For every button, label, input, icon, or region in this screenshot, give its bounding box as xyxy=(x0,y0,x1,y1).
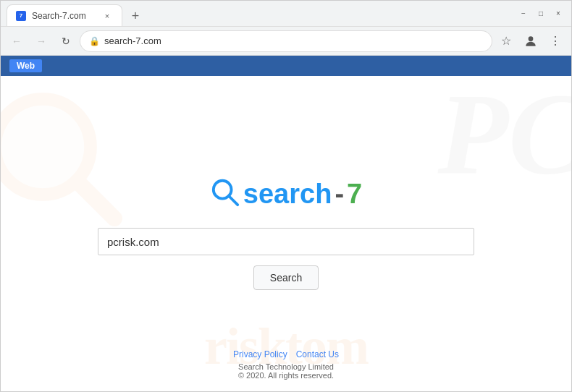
web-label: Web xyxy=(9,59,42,72)
search-form: Search xyxy=(1,228,571,290)
svg-line-2 xyxy=(77,182,114,218)
back-button[interactable]: ← xyxy=(7,31,27,51)
minimize-button[interactable]: − xyxy=(516,7,531,21)
address-bar[interactable]: 🔒 xyxy=(80,31,492,51)
svg-point-0 xyxy=(529,36,534,41)
reload-button[interactable]: ↻ xyxy=(56,31,76,51)
logo-dash-text: - xyxy=(335,179,344,210)
window-controls: − □ × xyxy=(516,7,565,21)
search-input[interactable] xyxy=(98,228,474,255)
browser-tab[interactable]: 7 Search-7.com × xyxy=(7,4,122,26)
address-input[interactable] xyxy=(104,35,483,46)
footer-links: Privacy Policy Contact Us xyxy=(233,349,339,359)
bookmark-star-icon[interactable]: ☆ xyxy=(496,31,516,51)
tab-favicon: 7 xyxy=(16,11,26,21)
lock-icon: 🔒 xyxy=(89,36,100,46)
footer-copyright: Search Technology Limited © 2020. All ri… xyxy=(238,362,334,380)
privacy-policy-link[interactable]: Privacy Policy xyxy=(233,349,287,359)
logo-search-text: search xyxy=(243,179,332,210)
search-button[interactable]: Search xyxy=(253,265,319,290)
tab-close-button[interactable]: × xyxy=(101,10,113,22)
page-content: PC risktom search - 7 Search Privacy Po xyxy=(1,76,571,391)
browser-frame: 7 Search-7.com × + − □ × ← → ↻ 🔒 ☆ xyxy=(0,0,572,392)
maximize-button[interactable]: □ xyxy=(534,7,548,21)
nav-bar: ← → ↻ 🔒 ☆ ⋮ xyxy=(1,27,571,56)
svg-line-4 xyxy=(229,196,237,205)
title-bar: 7 Search-7.com × + − □ × xyxy=(1,1,571,27)
logo-area: search - 7 xyxy=(210,177,362,210)
new-tab-button[interactable]: + xyxy=(125,6,146,26)
tab-title: Search-7.com xyxy=(32,11,96,21)
svg-point-1 xyxy=(1,99,91,195)
footer: Privacy Policy Contact Us Search Technol… xyxy=(233,349,339,380)
web-bar: Web xyxy=(1,56,571,76)
tab-area: 7 Search-7.com × + xyxy=(7,1,512,26)
account-icon[interactable] xyxy=(521,31,541,51)
window-close-button[interactable]: × xyxy=(551,7,565,21)
contact-us-link[interactable]: Contact Us xyxy=(296,349,339,359)
logo-magnifier-icon xyxy=(210,177,240,210)
menu-icon[interactable]: ⋮ xyxy=(545,31,565,51)
logo-number-text: 7 xyxy=(347,179,362,210)
forward-button[interactable]: → xyxy=(31,31,51,51)
